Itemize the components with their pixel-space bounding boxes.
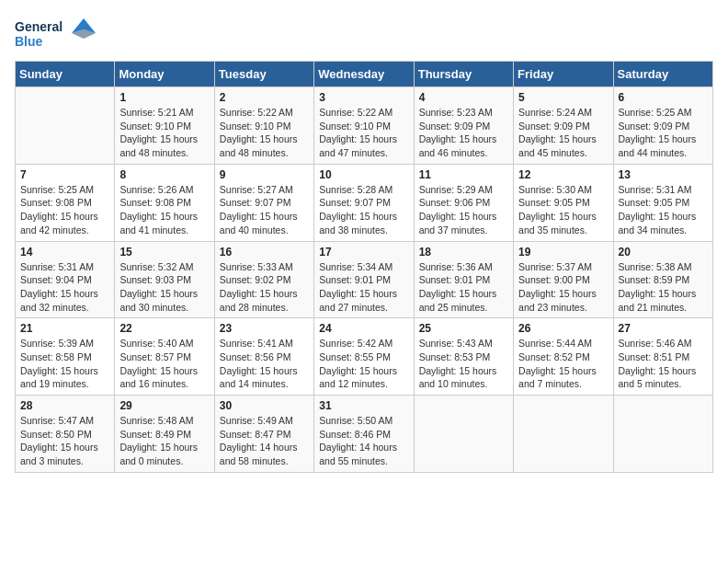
day-info: Sunrise: 5:48 AM Sunset: 8:49 PM Dayligh… — [119, 414, 209, 468]
calendar-cell: 20Sunrise: 5:38 AM Sunset: 8:59 PM Dayli… — [613, 241, 712, 318]
day-number: 2 — [220, 91, 309, 104]
day-info: Sunrise: 5:34 AM Sunset: 9:01 PM Dayligh… — [319, 260, 408, 315]
day-number: 27 — [619, 322, 708, 335]
day-number: 31 — [319, 399, 408, 412]
day-info: Sunrise: 5:30 AM Sunset: 9:05 PM Dayligh… — [518, 183, 608, 237]
calendar-cell: 6Sunrise: 5:25 AM Sunset: 9:09 PM Daylig… — [613, 87, 712, 165]
day-info: Sunrise: 5:24 AM Sunset: 9:09 PM Dayligh… — [518, 106, 608, 160]
calendar-body: 1Sunrise: 5:21 AM Sunset: 9:10 PM Daylig… — [16, 87, 713, 473]
logo-icon: General Blue — [15, 15, 97, 53]
day-number: 3 — [319, 91, 408, 104]
calendar-cell: 26Sunrise: 5:44 AM Sunset: 8:52 PM Dayli… — [514, 318, 613, 396]
day-number: 17 — [319, 246, 408, 259]
day-number: 14 — [20, 246, 109, 259]
calendar-table: SundayMondayTuesdayWednesdayThursdayFrid… — [15, 61, 713, 473]
weekday-header-cell: Sunday — [16, 62, 115, 87]
day-info: Sunrise: 5:25 AM Sunset: 9:09 PM Dayligh… — [619, 106, 708, 160]
weekday-header-cell: Wednesday — [314, 62, 414, 87]
calendar-cell: 17Sunrise: 5:34 AM Sunset: 9:01 PM Dayli… — [314, 241, 414, 318]
day-info: Sunrise: 5:22 AM Sunset: 9:10 PM Dayligh… — [319, 106, 408, 160]
svg-text:General: General — [15, 19, 63, 34]
day-info: Sunrise: 5:22 AM Sunset: 9:10 PM Dayligh… — [220, 106, 309, 160]
calendar-cell: 16Sunrise: 5:33 AM Sunset: 9:02 PM Dayli… — [214, 241, 313, 318]
day-info: Sunrise: 5:46 AM Sunset: 8:51 PM Dayligh… — [619, 337, 708, 391]
day-number: 13 — [619, 168, 708, 181]
calendar-cell: 1Sunrise: 5:21 AM Sunset: 9:10 PM Daylig… — [115, 87, 214, 165]
calendar-cell: 28Sunrise: 5:47 AM Sunset: 8:50 PM Dayli… — [16, 396, 115, 473]
calendar-cell: 7Sunrise: 5:25 AM Sunset: 9:08 PM Daylig… — [16, 164, 115, 241]
day-info: Sunrise: 5:28 AM Sunset: 9:07 PM Dayligh… — [319, 183, 408, 237]
day-info: Sunrise: 5:41 AM Sunset: 8:56 PM Dayligh… — [220, 337, 309, 391]
calendar-cell: 14Sunrise: 5:31 AM Sunset: 9:04 PM Dayli… — [16, 241, 115, 318]
day-info: Sunrise: 5:38 AM Sunset: 8:59 PM Dayligh… — [619, 260, 708, 315]
calendar-cell: 13Sunrise: 5:31 AM Sunset: 9:05 PM Dayli… — [613, 164, 712, 241]
day-number: 29 — [119, 399, 209, 412]
weekday-header-cell: Tuesday — [214, 62, 313, 87]
calendar-cell: 19Sunrise: 5:37 AM Sunset: 9:00 PM Dayli… — [514, 241, 613, 318]
calendar-cell: 22Sunrise: 5:40 AM Sunset: 8:57 PM Dayli… — [115, 318, 214, 396]
calendar-cell: 3Sunrise: 5:22 AM Sunset: 9:10 PM Daylig… — [314, 87, 414, 165]
weekday-header-cell: Saturday — [613, 62, 712, 87]
calendar-cell — [613, 396, 712, 473]
day-number: 8 — [119, 168, 209, 181]
day-number: 7 — [20, 168, 109, 181]
day-number: 15 — [119, 246, 209, 259]
calendar-cell: 31Sunrise: 5:50 AM Sunset: 8:46 PM Dayli… — [314, 396, 414, 473]
day-number: 24 — [319, 322, 408, 335]
day-number: 18 — [419, 246, 508, 259]
day-info: Sunrise: 5:36 AM Sunset: 9:01 PM Dayligh… — [419, 260, 508, 315]
day-number: 5 — [518, 91, 608, 104]
day-number: 21 — [20, 322, 109, 335]
weekday-header-cell: Monday — [115, 62, 214, 87]
day-info: Sunrise: 5:42 AM Sunset: 8:55 PM Dayligh… — [319, 337, 408, 391]
day-info: Sunrise: 5:27 AM Sunset: 9:07 PM Dayligh… — [220, 183, 309, 237]
day-info: Sunrise: 5:37 AM Sunset: 9:00 PM Dayligh… — [518, 260, 608, 315]
day-number: 23 — [220, 322, 309, 335]
day-info: Sunrise: 5:43 AM Sunset: 8:53 PM Dayligh… — [419, 337, 508, 391]
svg-text:Blue: Blue — [15, 34, 43, 49]
calendar-cell: 27Sunrise: 5:46 AM Sunset: 8:51 PM Dayli… — [613, 318, 712, 396]
calendar-cell: 30Sunrise: 5:49 AM Sunset: 8:47 PM Dayli… — [214, 396, 313, 473]
calendar-cell: 5Sunrise: 5:24 AM Sunset: 9:09 PM Daylig… — [514, 87, 613, 165]
day-info: Sunrise: 5:33 AM Sunset: 9:02 PM Dayligh… — [220, 260, 309, 315]
calendar-cell: 18Sunrise: 5:36 AM Sunset: 9:01 PM Dayli… — [414, 241, 513, 318]
day-info: Sunrise: 5:31 AM Sunset: 9:05 PM Dayligh… — [619, 183, 708, 237]
day-number: 9 — [220, 168, 309, 181]
calendar-week-row: 1Sunrise: 5:21 AM Sunset: 9:10 PM Daylig… — [16, 87, 713, 165]
calendar-cell: 2Sunrise: 5:22 AM Sunset: 9:10 PM Daylig… — [214, 87, 313, 165]
calendar-week-row: 28Sunrise: 5:47 AM Sunset: 8:50 PM Dayli… — [16, 396, 713, 473]
day-number: 22 — [119, 322, 209, 335]
calendar-cell: 15Sunrise: 5:32 AM Sunset: 9:03 PM Dayli… — [115, 241, 214, 318]
day-info: Sunrise: 5:40 AM Sunset: 8:57 PM Dayligh… — [119, 337, 209, 391]
calendar-cell: 25Sunrise: 5:43 AM Sunset: 8:53 PM Dayli… — [414, 318, 513, 396]
day-info: Sunrise: 5:29 AM Sunset: 9:06 PM Dayligh… — [419, 183, 508, 237]
calendar-cell: 9Sunrise: 5:27 AM Sunset: 9:07 PM Daylig… — [214, 164, 313, 241]
day-number: 4 — [419, 91, 508, 104]
calendar-cell: 21Sunrise: 5:39 AM Sunset: 8:58 PM Dayli… — [16, 318, 115, 396]
weekday-header-row: SundayMondayTuesdayWednesdayThursdayFrid… — [16, 62, 713, 87]
calendar-week-row: 21Sunrise: 5:39 AM Sunset: 8:58 PM Dayli… — [16, 318, 713, 396]
calendar-cell: 4Sunrise: 5:23 AM Sunset: 9:09 PM Daylig… — [414, 87, 513, 165]
day-number: 30 — [220, 399, 309, 412]
day-info: Sunrise: 5:49 AM Sunset: 8:47 PM Dayligh… — [220, 414, 309, 468]
page-header: General Blue — [15, 15, 713, 53]
calendar-cell: 10Sunrise: 5:28 AM Sunset: 9:07 PM Dayli… — [314, 164, 414, 241]
day-info: Sunrise: 5:23 AM Sunset: 9:09 PM Dayligh… — [419, 106, 508, 160]
day-number: 20 — [619, 246, 708, 259]
calendar-cell: 29Sunrise: 5:48 AM Sunset: 8:49 PM Dayli… — [115, 396, 214, 473]
day-number: 26 — [518, 322, 608, 335]
day-number: 16 — [220, 246, 309, 259]
calendar-cell: 24Sunrise: 5:42 AM Sunset: 8:55 PM Dayli… — [314, 318, 414, 396]
day-number: 10 — [319, 168, 408, 181]
day-info: Sunrise: 5:26 AM Sunset: 9:08 PM Dayligh… — [119, 183, 209, 237]
day-number: 19 — [518, 246, 608, 259]
day-info: Sunrise: 5:47 AM Sunset: 8:50 PM Dayligh… — [20, 414, 109, 468]
day-number: 12 — [518, 168, 608, 181]
weekday-header-cell: Friday — [514, 62, 613, 87]
calendar-cell: 11Sunrise: 5:29 AM Sunset: 9:06 PM Dayli… — [414, 164, 513, 241]
day-info: Sunrise: 5:39 AM Sunset: 8:58 PM Dayligh… — [20, 337, 109, 391]
day-info: Sunrise: 5:31 AM Sunset: 9:04 PM Dayligh… — [20, 260, 109, 315]
weekday-header-cell: Thursday — [414, 62, 513, 87]
calendar-cell: 8Sunrise: 5:26 AM Sunset: 9:08 PM Daylig… — [115, 164, 214, 241]
logo: General Blue — [15, 15, 97, 53]
